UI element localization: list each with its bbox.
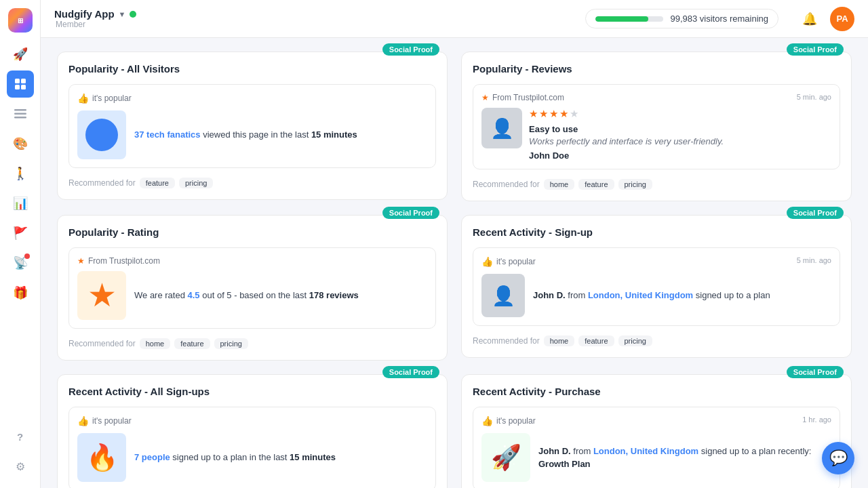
card-wrapper-purchase: Social Proof Recent Activity - Purchase … bbox=[461, 374, 852, 488]
card-recent-signup: Recent Activity - Sign-up 👍 it's popular… bbox=[461, 215, 852, 358]
recommended-label-4: Recommended for bbox=[473, 336, 540, 346]
preview-row-4: 👤 John D. from London, United Kingdom si… bbox=[481, 274, 831, 317]
review-title-2: Easy to use bbox=[529, 124, 724, 134]
card-preview-3[interactable]: ★ From Trustpilot.com ★ We are rated 4.5… bbox=[68, 247, 436, 329]
online-indicator bbox=[130, 11, 136, 18]
sidebar-item-settings[interactable]: ⚙ bbox=[7, 453, 34, 480]
star-1: ★ bbox=[529, 108, 538, 120]
signup-location: London, United Kingdom bbox=[588, 290, 693, 300]
social-proof-badge-1: Social Proof bbox=[382, 43, 439, 56]
tag-feature-4[interactable]: feature bbox=[578, 336, 614, 346]
trustpilot-label-2: From Trustpilot.com bbox=[492, 93, 564, 102]
card-popularity-reviews: Popularity - Reviews ★ From Trustpilot.c… bbox=[461, 52, 852, 201]
rating-count: 178 reviews bbox=[309, 290, 359, 300]
thumbs-up-icon-5: 👍 bbox=[77, 415, 89, 426]
main-area: Nudgify App ▼ Member 99,983 visitors rem… bbox=[41, 0, 868, 488]
recommended-1: Recommended for feature pricing bbox=[68, 178, 436, 188]
stars-row-2: ★ ★ ★ ★ ★ bbox=[529, 108, 724, 120]
card-preview-5[interactable]: 👍 it's popular 🔥 7 people signed up to a… bbox=[68, 407, 436, 488]
svg-rect-3 bbox=[21, 85, 26, 89]
card-preview-2[interactable]: ★ From Trustpilot.com 5 min. ago 👤 ★ ★ ★ bbox=[473, 84, 840, 169]
star-3: ★ bbox=[549, 108, 558, 120]
tag-pricing-2[interactable]: pricing bbox=[618, 179, 652, 190]
social-proof-badge-6: Social Proof bbox=[787, 366, 844, 378]
tag-feature-2[interactable]: feature bbox=[578, 179, 614, 190]
preview-image-visitors bbox=[77, 110, 126, 159]
sidebar-item-rocket[interactable]: 🚀 bbox=[7, 41, 34, 68]
preview-row-6: 🚀 John D. from London, United Kingdom si… bbox=[481, 433, 831, 482]
recommended-label-1: Recommended for bbox=[68, 178, 136, 188]
tag-home-3[interactable]: home bbox=[140, 338, 171, 349]
sidebar-item-gift[interactable]: 🎁 bbox=[7, 279, 34, 306]
review-author-2: John Doe bbox=[529, 150, 724, 161]
review-content-2: Easy to use Works perfectly and interfac… bbox=[529, 124, 724, 161]
tag-pricing-4[interactable]: pricing bbox=[618, 336, 652, 346]
from-trustpilot-3: ★ From Trustpilot.com bbox=[77, 256, 427, 266]
app-name-text: Nudgify App bbox=[54, 8, 115, 20]
popular-tag-4: 👍 it's popular bbox=[481, 256, 831, 267]
tag-pricing-1[interactable]: pricing bbox=[179, 178, 213, 188]
preview-text-6: John D. from London, United Kingdom sign… bbox=[538, 445, 831, 471]
chat-button[interactable]: 💬 bbox=[822, 442, 854, 474]
recommended-2: Recommended for home feature pricing bbox=[473, 179, 840, 190]
thumbs-up-icon-4: 👍 bbox=[481, 256, 493, 267]
svg-rect-2 bbox=[15, 85, 20, 89]
app-logo[interactable]: ⊞ bbox=[8, 8, 33, 33]
member-label: Member bbox=[56, 20, 136, 29]
rating-star-large: ★ bbox=[87, 279, 117, 312]
notifications-bell-icon[interactable]: 🔔 bbox=[797, 7, 822, 31]
from-trustpilot-2: ★ From Trustpilot.com bbox=[481, 93, 831, 102]
tag-feature-1[interactable]: feature bbox=[140, 178, 175, 188]
visitor-progress-track bbox=[595, 16, 663, 22]
popular-tag-5: 👍 it's popular bbox=[77, 415, 427, 426]
person-avatar-4: 👤 bbox=[481, 274, 525, 317]
card-preview-1[interactable]: 👍 it's popular 37 tech fanatics viewed t… bbox=[68, 84, 436, 168]
card-preview-4[interactable]: 👍 it's popular 5 min. ago 👤 John D. from… bbox=[473, 247, 840, 326]
time-ago-2: 5 min. ago bbox=[797, 93, 831, 101]
star-4: ★ bbox=[559, 108, 568, 120]
tag-home-4[interactable]: home bbox=[544, 336, 575, 346]
svg-rect-0 bbox=[15, 79, 20, 83]
preview-image-signups: 🔥 bbox=[77, 433, 126, 482]
rating-value: 4.5 bbox=[188, 290, 200, 300]
trustpilot-label-3: From Trustpilot.com bbox=[88, 256, 160, 266]
sidebar-item-chart[interactable]: 📊 bbox=[7, 190, 34, 217]
popular-tag-1: 👍 it's popular bbox=[77, 93, 427, 104]
sidebar-item-list[interactable] bbox=[7, 100, 34, 127]
sidebar-item-grid[interactable] bbox=[7, 70, 34, 98]
preview-text-4: John D. from London, United Kingdom sign… bbox=[533, 289, 770, 302]
app-dropdown-arrow[interactable]: ▼ bbox=[119, 10, 126, 18]
sidebar-item-flag[interactable]: 🚩 bbox=[7, 220, 34, 247]
preview-row-1: 37 tech fanatics viewed this page in the… bbox=[77, 110, 427, 159]
sidebar-item-signal[interactable]: 📡 bbox=[7, 249, 34, 277]
sidebar-item-walk[interactable]: 🚶 bbox=[7, 160, 34, 187]
time-ago-6: 1 hr. ago bbox=[802, 415, 831, 424]
review-body-2: Works perfectly and interface is very us… bbox=[529, 136, 724, 148]
app-name[interactable]: Nudgify App ▼ bbox=[54, 8, 136, 20]
tag-feature-3[interactable]: feature bbox=[174, 338, 210, 349]
popular-label-1: it's popular bbox=[92, 94, 132, 103]
card-preview-6[interactable]: 👍 it's popular 1 hr. ago 🚀 John D. from … bbox=[473, 407, 840, 488]
sidebar: ⊞ 🚀 🎨 🚶 📊 🚩 📡 🎁 ? ⚙ bbox=[0, 0, 41, 488]
sidebar-item-palette[interactable]: 🎨 bbox=[7, 130, 34, 157]
header: Nudgify App ▼ Member 99,983 visitors rem… bbox=[41, 0, 868, 38]
popular-label-5: it's popular bbox=[92, 416, 132, 426]
tag-pricing-3[interactable]: pricing bbox=[214, 338, 248, 349]
signup-time: 15 minutes bbox=[290, 452, 336, 462]
visitor-time-text: 15 minutes bbox=[311, 129, 357, 140]
star-5: ★ bbox=[570, 108, 578, 120]
person-avatar-2: 👤 bbox=[481, 108, 522, 148]
signup-name: John D. bbox=[533, 290, 566, 300]
preview-text-3: We are rated 4.5 out of 5 - based on the… bbox=[134, 289, 359, 302]
popular-label-6: it's popular bbox=[496, 416, 536, 426]
tag-home-2[interactable]: home bbox=[544, 179, 575, 190]
card-title-5: Recent Activity - All Sign-ups bbox=[68, 386, 436, 397]
sidebar-item-help[interactable]: ? bbox=[7, 423, 34, 450]
thumbs-up-icon-6: 👍 bbox=[481, 415, 493, 426]
rocket-purchase-icon: 🚀 bbox=[491, 443, 521, 472]
user-avatar[interactable]: PA bbox=[830, 7, 854, 31]
social-proof-badge-3: Social Proof bbox=[382, 207, 439, 219]
card-wrapper-popularity-rating: Social Proof Popularity - Rating ★ From … bbox=[57, 215, 448, 361]
card-wrapper-popularity-reviews: Social Proof Popularity - Reviews ★ From… bbox=[461, 52, 852, 201]
card-wrapper-all-signups: Social Proof Recent Activity - All Sign-… bbox=[57, 374, 448, 488]
